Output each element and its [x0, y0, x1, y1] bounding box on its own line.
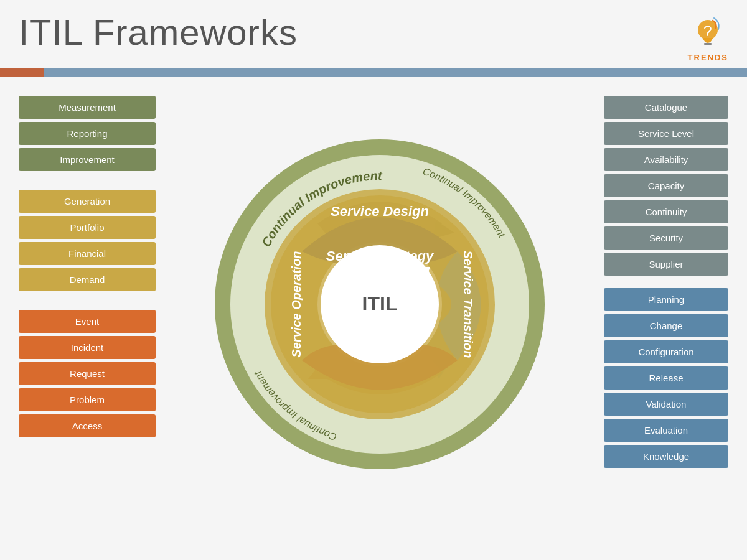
- generation-button[interactable]: Generation: [19, 190, 156, 213]
- access-button[interactable]: Access: [19, 414, 156, 437]
- capacity-button[interactable]: Capacity: [604, 174, 728, 197]
- main-content: Measurement Reporting Improvement Genera…: [0, 77, 747, 531]
- svg-text:Service Design: Service Design: [331, 203, 429, 219]
- logo-text: TRENDS: [688, 53, 728, 62]
- incident-button[interactable]: Incident: [19, 336, 156, 359]
- knowledge-button[interactable]: Knowledge: [604, 445, 728, 468]
- page-title: ITIL Frameworks: [19, 11, 298, 53]
- service-level-button[interactable]: Service Level: [604, 122, 728, 145]
- portfolio-button[interactable]: Portfolio: [19, 216, 156, 239]
- logo-area: TRENDS: [688, 14, 728, 62]
- event-button[interactable]: Event: [19, 310, 156, 333]
- security-button[interactable]: Security: [604, 226, 728, 250]
- trends-logo-icon: [689, 14, 726, 52]
- request-button[interactable]: Request: [19, 362, 156, 385]
- svg-text:ITIL: ITIL: [362, 292, 398, 315]
- design-group: Catalogue Service Level Availability Cap…: [604, 96, 728, 276]
- svg-rect-1: [704, 43, 712, 45]
- svg-text:Service Operation: Service Operation: [289, 251, 303, 357]
- color-bar-main: [44, 68, 747, 77]
- supplier-button[interactable]: Supplier: [604, 253, 728, 276]
- planning-button[interactable]: Planning: [604, 288, 728, 311]
- continuity-button[interactable]: Continuity: [604, 200, 728, 223]
- left-sidebar: Measurement Reporting Improvement Genera…: [19, 90, 156, 519]
- transition-group: Planning Change Configuration Release Va…: [604, 288, 728, 468]
- operation-group: Event Incident Request Problem Access: [19, 310, 156, 437]
- header: ITIL Frameworks TRENDS: [0, 0, 747, 68]
- reporting-button[interactable]: Reporting: [19, 122, 156, 145]
- release-button[interactable]: Release: [604, 366, 728, 390]
- availability-button[interactable]: Availability: [604, 148, 728, 171]
- evaluation-button[interactable]: Evaluation: [604, 419, 728, 442]
- right-sidebar: Catalogue Service Level Availability Cap…: [604, 90, 728, 519]
- color-bar: [0, 68, 747, 77]
- demand-button[interactable]: Demand: [19, 268, 156, 291]
- change-button[interactable]: Change: [604, 314, 728, 337]
- strategy-group: Generation Portfolio Financial Demand: [19, 190, 156, 291]
- svg-text:Service Strategy: Service Strategy: [326, 248, 435, 264]
- problem-button[interactable]: Problem: [19, 388, 156, 411]
- diagram-center: Continual Improvement Continual Improvem…: [156, 90, 604, 519]
- svg-text:Service Transition: Service Transition: [461, 250, 475, 358]
- financial-button[interactable]: Financial: [19, 242, 156, 265]
- improvement-button[interactable]: Improvement: [19, 148, 156, 171]
- measurement-button[interactable]: Measurement: [19, 96, 156, 119]
- color-bar-accent: [0, 68, 44, 77]
- csi-group: Measurement Reporting Improvement: [19, 96, 156, 171]
- validation-button[interactable]: Validation: [604, 393, 728, 416]
- catalogue-button[interactable]: Catalogue: [604, 96, 728, 119]
- itil-diagram: Continual Improvement Continual Improvem…: [205, 130, 554, 478]
- configuration-button[interactable]: Configuration: [604, 340, 728, 363]
